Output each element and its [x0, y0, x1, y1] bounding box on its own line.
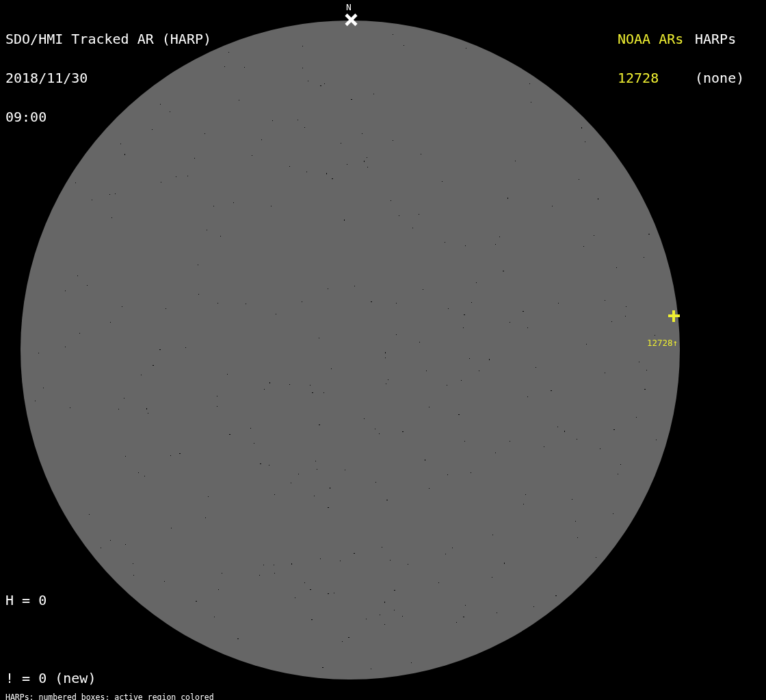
- noaa-ars-heading: NOAA ARs: [618, 33, 683, 46]
- legend-line: H = 0: [5, 594, 162, 607]
- page-title: SDO/HMI Tracked AR (HARP): [5, 33, 211, 46]
- footer-note-harps: HARPs: numbered boxes; active region col…: [5, 693, 280, 700]
- north-x-icon: [345, 13, 358, 27]
- harps-block: HARPs (none): [695, 7, 744, 98]
- noaa-ar-cross-icon: [668, 310, 680, 322]
- harps-value: (none): [695, 72, 744, 85]
- cross-vertical-bar: [672, 310, 675, 322]
- harps-heading: HARPs: [695, 33, 744, 46]
- title-block: SDO/HMI Tracked AR (HARP) 2018/11/30 09:…: [5, 7, 211, 137]
- noaa-ars-value: 12728: [618, 72, 683, 85]
- north-label: N: [346, 3, 352, 12]
- footer-notes: HARPs: numbered boxes; active region col…: [5, 677, 280, 700]
- date-label: 2018/11/30: [5, 72, 211, 85]
- legend-spacer: [5, 633, 162, 646]
- noaa-ars-block: NOAA ARs 12728: [618, 7, 683, 98]
- time-label: 09:00: [5, 111, 211, 124]
- noaa-ar-label: 12728↑: [647, 338, 678, 347]
